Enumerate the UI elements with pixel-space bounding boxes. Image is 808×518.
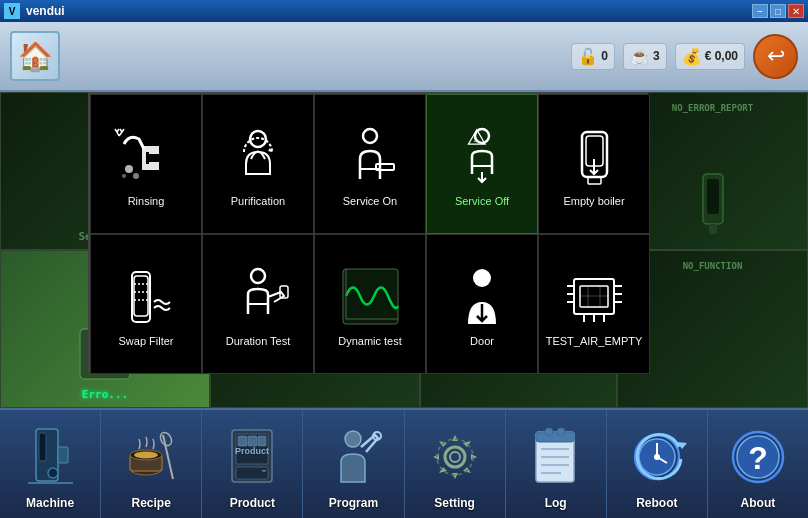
svg-rect-64 bbox=[236, 467, 268, 479]
back-button[interactable]: ↩ bbox=[753, 34, 798, 79]
svg-point-26 bbox=[251, 269, 265, 283]
log-nav-icon bbox=[506, 418, 606, 496]
service-door[interactable]: Door bbox=[426, 234, 538, 374]
service-off-icon: ! bbox=[447, 121, 517, 191]
svg-point-68 bbox=[445, 447, 465, 467]
duration-test-label: Duration Test bbox=[226, 335, 291, 347]
rinsing-icon bbox=[111, 121, 181, 191]
about-nav-icon: ? bbox=[708, 418, 808, 496]
svg-point-12 bbox=[363, 129, 377, 143]
price-status: 💰 € 0,00 bbox=[675, 43, 745, 70]
empty-boiler-icon bbox=[559, 121, 629, 191]
svg-rect-62 bbox=[248, 436, 257, 446]
lock-status: 🔓 0 bbox=[571, 43, 615, 70]
empty-boiler-label: Empty boiler bbox=[563, 195, 624, 207]
home-icon: 🏠 bbox=[18, 40, 53, 73]
app-title: vendui bbox=[26, 4, 65, 18]
svg-point-55 bbox=[134, 452, 158, 459]
svg-rect-14 bbox=[376, 164, 394, 170]
svg-point-78 bbox=[557, 428, 565, 436]
door-label: Door bbox=[470, 335, 494, 347]
svg-rect-65 bbox=[262, 470, 266, 472]
service-dynamic-test[interactable]: Dynamic test bbox=[314, 234, 426, 374]
nav-log[interactable]: Log bbox=[506, 410, 607, 518]
svg-rect-29 bbox=[343, 269, 398, 324]
service-service-off[interactable]: ! Service Off bbox=[426, 94, 538, 234]
lock-icon: 🔓 bbox=[578, 47, 598, 66]
coffee-status: ☕ 3 bbox=[623, 43, 667, 70]
nav-program[interactable]: Program bbox=[303, 410, 404, 518]
svg-point-10 bbox=[122, 174, 126, 178]
nav-setting[interactable]: Setting bbox=[405, 410, 506, 518]
nav-recipe[interactable]: Recipe bbox=[101, 410, 202, 518]
swap-filter-icon bbox=[111, 261, 181, 331]
swap-filter-label: Swap Filter bbox=[118, 335, 173, 347]
app-icon: V bbox=[4, 3, 20, 19]
recipe-nav-icon bbox=[101, 418, 201, 496]
service-duration-test[interactable]: Duration Test bbox=[202, 234, 314, 374]
test-air-empty-icon bbox=[559, 261, 629, 331]
duration-test-icon bbox=[223, 261, 293, 331]
svg-rect-22 bbox=[134, 276, 148, 316]
window-controls: − □ ✕ bbox=[752, 4, 804, 18]
service-service-on[interactable]: Service On bbox=[314, 94, 426, 234]
reboot-nav-icon bbox=[607, 418, 707, 496]
purification-label: Purification bbox=[231, 195, 285, 207]
program-nav-label: Program bbox=[329, 496, 378, 510]
rinsing-label: Rinsing bbox=[128, 195, 165, 207]
service-purification[interactable]: Purification bbox=[202, 94, 314, 234]
nav-about[interactable]: ? About bbox=[708, 410, 808, 518]
svg-point-9 bbox=[133, 173, 139, 179]
setting-nav-label: Setting bbox=[434, 496, 475, 510]
recipe-nav-label: Recipe bbox=[132, 496, 171, 510]
svg-point-57 bbox=[158, 430, 174, 447]
titlebar-left: V vendui bbox=[4, 3, 65, 19]
about-nav-label: About bbox=[741, 496, 776, 510]
boiler-icon bbox=[693, 169, 733, 243]
svg-rect-5 bbox=[709, 224, 717, 234]
svg-text:?: ? bbox=[748, 440, 768, 476]
product-nav-icon: Product bbox=[202, 418, 302, 496]
service-empty-boiler[interactable]: Empty boiler bbox=[538, 94, 650, 234]
maximize-button[interactable]: □ bbox=[770, 4, 786, 18]
svg-text:Product: Product bbox=[235, 446, 269, 456]
service-menu: Rinsing Purification bbox=[88, 92, 648, 372]
topbar: 🏠 🔓 0 ☕ 3 💰 € 0,00 ↩ bbox=[0, 22, 808, 92]
svg-rect-48 bbox=[39, 433, 46, 461]
service-off-label: Service Off bbox=[455, 195, 509, 207]
svg-rect-61 bbox=[238, 436, 247, 446]
coffee-count: 3 bbox=[653, 49, 660, 63]
cell-5-label: Erro... bbox=[82, 388, 128, 401]
price-value: € 0,00 bbox=[705, 49, 738, 63]
test-air-empty-label: TEST_AIR_EMPTY bbox=[546, 335, 643, 347]
titlebar: V vendui − □ ✕ bbox=[0, 0, 808, 22]
log-nav-label: Log bbox=[545, 496, 567, 510]
service-test-air-empty[interactable]: TEST_AIR_EMPTY bbox=[538, 234, 650, 374]
service-swap-filter[interactable]: Swap Filter bbox=[90, 234, 202, 374]
setting-nav-icon bbox=[405, 418, 505, 496]
svg-rect-4 bbox=[707, 179, 719, 214]
svg-point-49 bbox=[48, 468, 58, 478]
home-button[interactable]: 🏠 bbox=[10, 31, 60, 81]
close-button[interactable]: ✕ bbox=[788, 4, 804, 18]
door-icon bbox=[447, 261, 517, 331]
svg-point-66 bbox=[345, 431, 361, 447]
main-content: Servi... NO_FUNCTION NO_ERROR_REPORT ! E… bbox=[0, 92, 808, 408]
minimize-button[interactable]: − bbox=[752, 4, 768, 18]
svg-rect-63 bbox=[258, 436, 266, 446]
bottom-nav: Machine Recipe bbox=[0, 408, 808, 518]
service-on-label: Service On bbox=[343, 195, 397, 207]
purification-icon bbox=[223, 121, 293, 191]
machine-nav-icon bbox=[0, 418, 100, 496]
svg-rect-34 bbox=[580, 286, 608, 307]
cell-4-label: NO_ERROR_REPORT bbox=[672, 103, 753, 113]
svg-point-69 bbox=[450, 452, 460, 462]
svg-text:!: ! bbox=[473, 131, 476, 145]
nav-machine[interactable]: Machine bbox=[0, 410, 101, 518]
service-rinsing[interactable]: Rinsing bbox=[90, 94, 202, 234]
coffee-icon: ☕ bbox=[630, 47, 650, 66]
nav-reboot[interactable]: Reboot bbox=[607, 410, 708, 518]
reboot-nav-label: Reboot bbox=[636, 496, 677, 510]
lock-count: 0 bbox=[601, 49, 608, 63]
nav-product[interactable]: Product Product bbox=[202, 410, 303, 518]
